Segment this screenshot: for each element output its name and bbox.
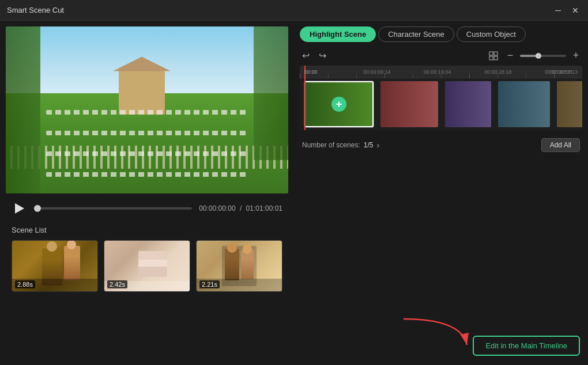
video-frame <box>6 26 288 193</box>
main-content: 00:00:00:00 / 01:01:00:01 Scene List 2.8… <box>0 21 588 365</box>
scene-thumb-3[interactable]: 2.21s <box>196 240 282 292</box>
right-panel: Highlight Scene Character Scene Custom O… <box>294 21 588 365</box>
scene-thumb-2[interactable]: 2.42s <box>104 240 190 292</box>
thumb1-duration: 2.88s <box>15 280 35 288</box>
play-icon <box>15 203 24 214</box>
spacer <box>300 155 582 331</box>
chair-row-1 <box>46 110 248 115</box>
play-button[interactable] <box>12 200 28 216</box>
left-panel: 00:00:00:00 / 01:01:00:01 Scene List 2.8… <box>0 21 294 365</box>
minimize-button[interactable]: ─ <box>552 5 564 16</box>
chair-row-3 <box>46 151 248 156</box>
red-arrow-annotation <box>392 313 484 353</box>
progress-bar[interactable] <box>35 207 192 210</box>
svg-marker-0 <box>15 203 24 214</box>
tabs-bar: Highlight Scene Character Scene Custom O… <box>300 26 582 42</box>
clip5-bg <box>557 81 582 127</box>
timeline-clip-1[interactable] <box>304 81 374 127</box>
clip4-bg <box>498 81 550 127</box>
clip3-bg <box>445 81 491 127</box>
tick-5 <box>413 74 441 78</box>
edit-main-timeline-button[interactable]: Edit in the Main Timeline <box>473 336 580 356</box>
expand-button[interactable] <box>487 50 500 62</box>
thumb3-duration: 2.21s <box>199 280 220 288</box>
thumb2-cake <box>138 251 167 277</box>
clip2-bg <box>380 81 438 127</box>
tab-character[interactable]: Character Scene <box>378 26 454 42</box>
total-time: 01:01:00:01 <box>246 204 282 212</box>
tick-4 <box>385 74 413 78</box>
ruler-ticks <box>300 74 582 78</box>
progress-knob[interactable] <box>34 205 41 212</box>
tick-3 <box>356 74 385 78</box>
left-hedge <box>6 26 40 193</box>
redo-button[interactable]: ↪ <box>316 49 329 62</box>
tick-10 <box>554 74 582 78</box>
scenes-count-value: 1/5 <box>364 141 374 149</box>
clip1-bg <box>304 81 374 127</box>
svg-rect-2 <box>494 52 497 55</box>
thumb1-figure2 <box>64 246 80 280</box>
toolbar-right: − + <box>487 50 582 62</box>
undo-button[interactable]: ↩ <box>300 49 312 62</box>
current-time: 00:00:00:00 <box>199 204 235 212</box>
time-display: 00:00:00:00 / 01:01:00:01 <box>199 204 282 212</box>
timeline-container: 00:00 00:00:09:14 00:00:19:04 00:00:28:1… <box>300 66 582 130</box>
timeline-ruler: 00:00 00:00:09:14 00:00:19:04 00:00:28:1… <box>300 66 582 78</box>
couple-fig2 <box>241 250 254 279</box>
tick-8 <box>497 74 526 78</box>
bottom-area: Edit in the Main Timeline <box>300 331 582 359</box>
chair-row-2 <box>46 131 248 135</box>
title-bar-left: Smart Scene Cut <box>7 6 64 14</box>
scene-list-title: Scene List <box>12 226 282 234</box>
tab-highlight[interactable]: Highlight Scene <box>300 26 376 42</box>
chairs-area <box>46 102 248 185</box>
cake-bot <box>138 267 167 277</box>
tick-2 <box>328 74 356 78</box>
toolbar-left: ↩ ↪ <box>300 49 329 62</box>
tick-1 <box>300 74 328 78</box>
couple-fig1 <box>225 249 239 280</box>
right-hedge <box>254 26 288 160</box>
tab-custom[interactable]: Custom Object <box>457 26 526 42</box>
cake-top <box>138 251 167 260</box>
zoom-knob[interactable] <box>536 53 541 59</box>
tick-9 <box>526 74 554 78</box>
thumb2-duration: 2.42s <box>107 280 127 288</box>
tick-7 <box>469 74 497 78</box>
tick-6 <box>441 74 469 78</box>
timeline-clip-4[interactable] <box>498 81 550 127</box>
timeline-playhead <box>304 78 306 130</box>
scenes-count-label: Number of scenes: <box>302 141 360 149</box>
timeline-clip-5[interactable] <box>557 81 582 127</box>
timeline-clip-3[interactable] <box>445 81 491 127</box>
scenes-count-area: Number of scenes: 1/5 › <box>302 140 379 150</box>
svg-rect-4 <box>494 56 497 60</box>
timeline-clip-2[interactable] <box>380 81 438 127</box>
expand-icon <box>489 51 498 60</box>
zoom-out-button[interactable]: − <box>504 50 517 62</box>
zoom-track[interactable] <box>520 55 566 57</box>
add-all-button[interactable]: Add All <box>541 138 580 152</box>
player-controls: 00:00:00:00 / 01:01:00:01 <box>6 193 288 221</box>
zoom-in-button[interactable]: + <box>570 50 582 62</box>
svg-rect-1 <box>489 52 493 55</box>
scene-thumbnails: 2.88s 2.42s <box>12 240 282 292</box>
video-preview <box>6 26 288 193</box>
app-title: Smart Scene Cut <box>7 6 64 14</box>
time-separator: / <box>240 204 242 212</box>
close-button[interactable]: ✕ <box>570 5 581 16</box>
scene-list-section: Scene List 2.88s <box>6 221 288 296</box>
title-bar-controls: ─ ✕ <box>552 5 581 16</box>
couple-head1 <box>227 243 237 253</box>
scenes-bar: Number of scenes: 1/5 › Add All <box>300 136 582 155</box>
scenes-nav-arrow[interactable]: › <box>376 140 379 150</box>
chair-row-4 <box>46 172 248 177</box>
scene-thumb-1[interactable]: 2.88s <box>12 240 98 292</box>
thumb1-head2 <box>67 240 76 249</box>
svg-rect-3 <box>489 56 493 60</box>
title-bar: Smart Scene Cut ─ ✕ <box>0 0 588 21</box>
cake-mid <box>138 260 167 267</box>
timeline-track[interactable]: + <box>300 78 582 130</box>
timeline-toolbar: ↩ ↪ − + <box>300 49 582 62</box>
